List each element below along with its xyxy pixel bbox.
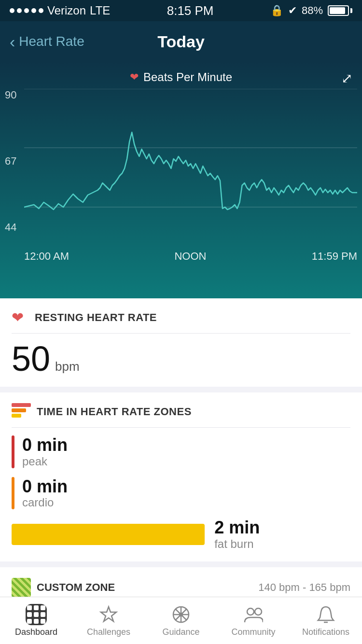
custom-zone-range: 140 bpm - 165 bpm (258, 581, 350, 594)
resting-bpm-unit: bpm (55, 359, 80, 374)
battery-icon (328, 5, 352, 16)
zones-header: TIME IN HEART RATE ZONES (12, 403, 350, 428)
network-type: LTE (90, 4, 110, 17)
zones-icon (12, 403, 31, 420)
community-icon (243, 604, 264, 625)
bottom-navigation: Dashboard Challenges Guidance (0, 597, 362, 644)
chart-svg (24, 89, 357, 234)
cardio-zone-name: cardio (22, 496, 68, 509)
fat-burn-time: 2 min (214, 518, 260, 537)
resting-heart-icon: ❤ (12, 309, 29, 326)
chart-x-label-start: 12:00 AM (24, 250, 69, 263)
cardio-zone-item: 0 min cardio (12, 477, 350, 510)
back-label: Heart Rate (19, 34, 84, 49)
bluetooth-icon: ✔ (288, 4, 297, 17)
nav-item-dashboard[interactable]: Dashboard (0, 597, 72, 644)
nav-item-community[interactable]: Community (217, 597, 290, 644)
custom-zone-left: CUSTOM ZONE (12, 578, 115, 597)
carrier-name: Verizon (47, 4, 86, 17)
fat-burn-zone-item: 2 min fat burn (12, 518, 350, 551)
cardio-zone-details: 0 min cardio (22, 477, 68, 510)
chart-x-label-end: 11:59 PM (312, 250, 357, 263)
peak-zone-time: 0 min (22, 435, 68, 455)
resting-rate-value: 50 bpm (12, 341, 350, 376)
status-right: 🔒 ✔ 88% (270, 4, 352, 17)
custom-zone-icon (12, 578, 31, 597)
expand-button[interactable]: ⤢ (341, 70, 352, 86)
peak-zone-item: 0 min peak (12, 435, 350, 468)
nav-item-guidance[interactable]: Guidance (145, 597, 217, 644)
chart-y-label-67: 67 (5, 155, 16, 168)
heart-rate-zones-section: TIME IN HEART RATE ZONES 0 min peak 0 mi… (0, 392, 362, 561)
notifications-label: Notifications (302, 627, 349, 637)
dashboard-label: Dashboard (15, 627, 57, 637)
chart-y-axis: 90 67 44 (5, 89, 16, 234)
notifications-icon (315, 604, 336, 625)
cardio-zone-bar (12, 477, 14, 510)
fat-burn-bar (12, 524, 205, 545)
nav-item-challenges[interactable]: Challenges (72, 597, 145, 644)
svg-point-10 (247, 608, 254, 615)
peak-zone-bar (12, 435, 14, 468)
resting-header: ❤ RESTING HEART RATE (12, 309, 350, 334)
nav-item-notifications[interactable]: Notifications (290, 597, 362, 644)
status-time: 8:15 PM (167, 3, 214, 18)
challenges-icon (98, 604, 119, 625)
peak-zone-name: peak (22, 455, 68, 468)
custom-zone-title: CUSTOM ZONE (37, 581, 115, 594)
fat-burn-name: fat burn (214, 537, 260, 551)
fat-burn-details: 2 min fat burn (214, 518, 260, 551)
back-button[interactable]: ‹ Heart Rate (10, 33, 84, 50)
svg-marker-3 (101, 607, 116, 621)
heart-icon: ❤ (130, 71, 139, 84)
svg-point-11 (255, 608, 262, 615)
resting-bpm-number: 50 (12, 341, 50, 376)
resting-heart-rate-section: ❤ RESTING HEART RATE 50 bpm (0, 298, 362, 387)
challenges-label: Challenges (87, 627, 130, 637)
signal-dots (10, 8, 43, 13)
dashboard-icon (26, 604, 47, 625)
resting-title: RESTING HEART RATE (35, 311, 157, 324)
back-chevron-icon: ‹ (10, 33, 15, 50)
guidance-label: Guidance (162, 627, 199, 637)
chart-x-axis: 12:00 AM NOON 11:59 PM (24, 250, 357, 263)
lock-icon: 🔒 (270, 4, 283, 17)
zones-title: TIME IN HEART RATE ZONES (37, 406, 192, 418)
peak-zone-details: 0 min peak (22, 435, 68, 468)
chart-legend-text: Beats Per Minute (143, 70, 232, 84)
chart-x-label-noon: NOON (174, 250, 206, 263)
chart-legend: ❤ Beats Per Minute (0, 70, 362, 84)
battery-percent: 88% (302, 4, 323, 17)
chart-y-label-90: 90 (5, 89, 16, 101)
community-label: Community (231, 627, 275, 637)
heart-rate-chart: ❤ Beats Per Minute ⤢ 90 67 44 12:00 AM N… (0, 62, 362, 298)
svg-point-9 (180, 613, 182, 616)
page-header: ‹ Heart Rate Today (0, 21, 362, 62)
guidance-icon (170, 604, 192, 625)
page-title: Today (157, 32, 205, 51)
chart-y-label-44: 44 (5, 221, 16, 234)
chart-plot-area: 90 67 44 12:00 AM NOON 11:59 PM (0, 89, 362, 272)
cardio-zone-time: 0 min (22, 477, 68, 496)
status-left: Verizon LTE (10, 4, 110, 17)
custom-zone-header: CUSTOM ZONE 140 bpm - 165 bpm (12, 578, 350, 597)
status-bar: Verizon LTE 8:15 PM 🔒 ✔ 88% (0, 0, 362, 21)
